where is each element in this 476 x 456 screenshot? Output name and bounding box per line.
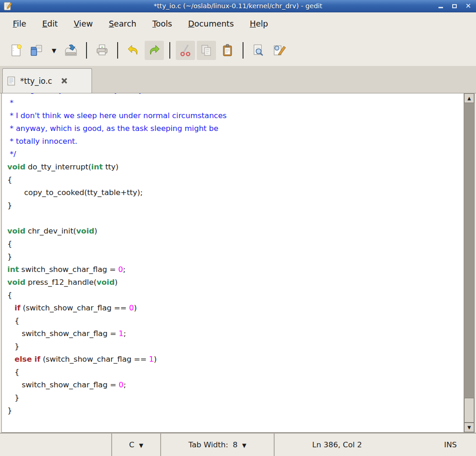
paste-button[interactable] xyxy=(218,41,237,60)
redo-icon xyxy=(147,43,162,57)
find-replace-icon xyxy=(272,43,287,57)
menu-documents[interactable]: Documents xyxy=(188,19,234,28)
code-line: * I don't think we sleep here under norm… xyxy=(7,109,464,122)
arrow-up-icon: ▲ xyxy=(467,96,471,101)
code-line: * xyxy=(7,97,464,109)
cut-button[interactable] xyxy=(176,41,195,60)
language-label: C xyxy=(129,440,135,449)
tab-width-value: 8 xyxy=(233,440,238,449)
code-line: copy_to_cooked(tty_table+tty); xyxy=(7,186,464,199)
code-line: { xyxy=(7,238,464,250)
menu-file[interactable]: File xyxy=(13,19,26,28)
tab-bar: *tty_io.c xyxy=(0,66,476,93)
code-line: if (switch_show_char_flag == 0) xyxy=(7,302,464,315)
tab-label: *tty_io.c xyxy=(20,76,52,86)
gedit-window: *tty_io.c (~/oslab/linux-0.11/kernel/chr… xyxy=(0,0,476,456)
copy-button[interactable] xyxy=(197,41,216,60)
code-line: * totally innocent. xyxy=(7,135,464,148)
open-dropdown-button[interactable]: ▼ xyxy=(49,41,60,60)
code-line: void do_tty_interrupt(int tty) xyxy=(7,161,464,174)
undo-button[interactable] xyxy=(124,41,143,60)
new-document-icon xyxy=(9,43,23,57)
find-icon xyxy=(252,43,265,57)
toolbar-separator xyxy=(117,42,118,59)
status-bar: C ▼ Tab Width: 8 ▼ Ln 386, Col 2 INS xyxy=(0,433,476,456)
find-replace-button[interactable] xyxy=(270,41,289,60)
scroll-up-button[interactable]: ▲ xyxy=(464,93,474,103)
code-line: */ xyxy=(7,148,464,161)
tab-width-selector[interactable]: Tab Width: 8 ▼ xyxy=(161,434,275,456)
code-lines: * hang him by his ears in my backyard. *… xyxy=(7,93,464,417)
chevron-down-icon: ▼ xyxy=(139,442,143,449)
code-line: } xyxy=(7,199,464,212)
open-icon xyxy=(30,43,44,57)
arrow-down-icon: ▼ xyxy=(467,425,471,430)
code-line: void press_f12_handle(void) xyxy=(7,276,464,289)
toolbar: ▼ xyxy=(0,35,476,66)
menu-bar: File Edit View Search Tools Documents He… xyxy=(0,12,476,35)
menu-view[interactable]: View xyxy=(74,19,93,28)
code-line: } xyxy=(7,250,464,263)
code-line: } xyxy=(7,391,464,404)
chevron-down-icon: ▼ xyxy=(52,47,56,54)
text-view[interactable]: * hang him by his ears in my backyard. *… xyxy=(2,93,464,432)
language-selector[interactable]: C ▼ xyxy=(112,434,161,456)
code-line: { xyxy=(7,289,464,302)
code-line: { xyxy=(7,366,464,379)
menu-edit[interactable]: Edit xyxy=(42,19,58,28)
menu-help[interactable]: Help xyxy=(250,19,268,28)
toolbar-separator xyxy=(169,42,170,59)
paste-icon xyxy=(221,43,234,57)
code-line: } xyxy=(7,404,464,417)
code-line: * anyway, which is good, as the task sle… xyxy=(7,122,464,135)
menu-tools[interactable]: Tools xyxy=(152,19,172,28)
copy-icon xyxy=(200,43,213,57)
code-line: switch_show_char_flag = 1; xyxy=(7,327,464,340)
toolbar-separator xyxy=(86,42,87,59)
print-icon xyxy=(95,43,109,57)
cursor-position: Ln 386, Col 2 xyxy=(312,434,362,456)
scrollbar-thumb[interactable] xyxy=(464,398,474,423)
undo-icon xyxy=(126,43,141,57)
close-button[interactable]: ✕ xyxy=(465,3,471,10)
menu-search[interactable]: Search xyxy=(109,19,136,28)
window-title: *tty_io.c (~/oslab/linux-0.11/kernel/chr… xyxy=(0,2,476,10)
tab-width-label: Tab Width: xyxy=(189,440,228,449)
code-line: } xyxy=(7,340,464,353)
find-button[interactable] xyxy=(249,41,268,60)
code-line: { xyxy=(7,315,464,327)
maximize-button[interactable] xyxy=(451,3,458,10)
code-line: switch_show_char_flag = 0; xyxy=(7,379,464,391)
minimize-button[interactable] xyxy=(438,3,444,10)
gedit-app-icon xyxy=(3,1,13,13)
save-button[interactable] xyxy=(61,41,81,60)
code-line xyxy=(7,212,464,225)
code-line: else if (switch_show_char_flag == 1) xyxy=(7,353,464,366)
insert-mode-indicator: INS xyxy=(444,434,457,456)
code-line: void chr_dev_init(void) xyxy=(7,225,464,238)
scroll-down-button[interactable]: ▼ xyxy=(464,423,474,432)
tab-close-button[interactable] xyxy=(61,77,68,84)
close-icon xyxy=(61,77,68,84)
save-icon xyxy=(64,43,78,57)
redo-button[interactable] xyxy=(145,41,164,60)
cut-icon xyxy=(178,43,192,57)
code-line: * hang him by his ears in my backyard. xyxy=(7,93,464,97)
document-icon xyxy=(7,76,15,86)
chevron-down-icon: ▼ xyxy=(242,442,246,449)
statusbar-message-area xyxy=(0,434,112,456)
tab-tty-io-c[interactable]: *tty_io.c xyxy=(2,68,92,93)
editor-area: * hang him by his ears in my backyard. *… xyxy=(1,93,475,433)
print-button[interactable] xyxy=(92,41,112,60)
new-document-button[interactable] xyxy=(6,41,26,60)
code-line: int switch_show_char_flag = 0; xyxy=(7,263,464,276)
toolbar-separator xyxy=(243,42,243,59)
vertical-scrollbar[interactable]: ▲ ▼ xyxy=(464,93,474,432)
title-bar: *tty_io.c (~/oslab/linux-0.11/kernel/chr… xyxy=(0,0,476,12)
open-button[interactable] xyxy=(27,41,47,60)
code-line: { xyxy=(7,174,464,186)
